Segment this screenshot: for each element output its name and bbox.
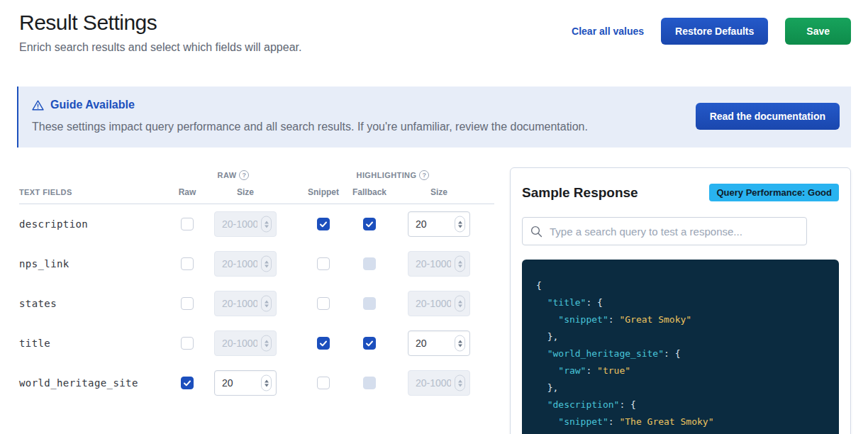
- field-name: nps_link: [19, 258, 69, 269]
- nps_link-highlight-size-stepper: [455, 256, 465, 272]
- restore-defaults-button[interactable]: Restore Defaults: [661, 18, 768, 45]
- guide-callout-title-label: Guide Available: [50, 99, 135, 111]
- sample-response-json: { "title": { "snippet": "Great Smoky" },…: [522, 260, 839, 434]
- col-header-raw: Raw: [175, 187, 199, 197]
- field-row-title: title: [19, 323, 494, 363]
- col-header-raw-size: Size: [199, 187, 291, 197]
- nps_link-raw-checkbox[interactable]: [181, 257, 194, 270]
- nps_link-raw-size-input: [214, 251, 277, 277]
- field-row-description: description: [19, 204, 494, 244]
- world_heritage_site-highlight-size-input: [408, 370, 470, 396]
- sample-response-header: Sample Response Query Performance: Good: [522, 184, 839, 201]
- json-line: "snippet": "The Great Smoky": [536, 413, 825, 430]
- title-highlight-size-input: [408, 330, 470, 356]
- states-highlight-size-input: [408, 291, 470, 316]
- header-actions: Clear all values Restore Defaults Save: [572, 18, 851, 45]
- page-title: Result Settings: [19, 11, 301, 35]
- title-snippet-checkbox[interactable]: [317, 337, 330, 350]
- states-raw-size-stepper: [261, 296, 272, 312]
- field-name: description: [19, 218, 88, 230]
- field-row-nps_link: nps_link: [19, 244, 494, 284]
- raw-group-header: RAW ?: [175, 170, 291, 180]
- states-snippet-checkbox[interactable]: [317, 297, 330, 310]
- description-highlight-size-stepper[interactable]: [455, 216, 465, 233]
- warning-icon: [32, 100, 44, 111]
- description-raw-size-input: [214, 211, 277, 237]
- col-header-text-fields: TEXT FIELDS: [19, 188, 175, 196]
- description-fallback-checkbox[interactable]: [363, 218, 376, 230]
- json-line: "world_heritage_site": {: [536, 345, 825, 362]
- states-raw-checkbox[interactable]: [181, 297, 194, 310]
- field-name: title: [19, 338, 50, 349]
- field-row-states: states: [19, 284, 494, 323]
- world_heritage_site-fallback-checkbox: [363, 377, 376, 389]
- description-snippet-checkbox[interactable]: [317, 218, 330, 230]
- field-row-world_heritage_site: world_heritage_site: [19, 363, 494, 403]
- search-icon: [530, 226, 542, 238]
- sample-response-title: Sample Response: [522, 185, 638, 201]
- nps_link-fallback-checkbox: [363, 257, 376, 270]
- nps_link-highlight-size-input: [408, 251, 470, 277]
- json-line: "snippet": "Great Smoky": [536, 311, 825, 328]
- world_heritage_site-raw-size-input: [214, 370, 277, 396]
- json-line: },: [536, 379, 825, 396]
- json-line: "raw": "true": [536, 362, 825, 379]
- col-header-highlight-size: Size: [384, 187, 494, 197]
- guide-callout-body: These settings impact query performance …: [32, 121, 588, 133]
- table-group-header-row: RAW ? HIGHLIGHTING ?: [19, 167, 494, 183]
- table-body: descriptionnps_linkstatestitleworld_heri…: [19, 204, 494, 403]
- json-line: },: [536, 328, 825, 345]
- query-performance-badge: Query Performance: Good: [709, 184, 839, 201]
- search-query-input[interactable]: [522, 217, 807, 245]
- world_heritage_site-raw-size-stepper[interactable]: [261, 375, 272, 391]
- states-highlight-size-stepper: [455, 296, 465, 312]
- guide-callout-text: Guide Available These settings impact qu…: [32, 99, 588, 133]
- world_heritage_site-raw-checkbox[interactable]: [181, 377, 194, 389]
- table-column-header-row: TEXT FIELDS Raw Size Snippet Fallback Si…: [19, 183, 494, 204]
- title-raw-size-input: [214, 330, 277, 356]
- page-header: Result Settings Enrich search results an…: [0, 0, 868, 54]
- description-raw-checkbox[interactable]: [181, 218, 194, 230]
- states-fallback-checkbox: [363, 297, 376, 310]
- states-raw-size-input: [214, 291, 277, 316]
- world_heritage_site-snippet-checkbox[interactable]: [317, 377, 330, 389]
- title-raw-checkbox[interactable]: [181, 337, 194, 350]
- sample-query-search: [522, 217, 807, 245]
- highlighting-group-header: HIGHLIGHTING ?: [291, 170, 494, 180]
- col-header-fallback: Fallback: [355, 187, 384, 197]
- field-name: world_heritage_site: [19, 377, 138, 389]
- clear-all-values-link[interactable]: Clear all values: [572, 26, 644, 37]
- save-button[interactable]: Save: [785, 18, 851, 45]
- highlighting-group-label: HIGHLIGHTING: [357, 171, 417, 179]
- world_heritage_site-highlight-size-stepper: [455, 375, 465, 391]
- raw-group-label: RAW: [218, 171, 237, 179]
- field-name: states: [19, 298, 57, 309]
- json-line: {: [536, 277, 825, 294]
- nps_link-snippet-checkbox[interactable]: [317, 257, 330, 270]
- title-raw-size-stepper: [261, 335, 272, 352]
- sample-response-card: Sample Response Query Performance: Good …: [510, 167, 851, 434]
- highlighting-help-icon[interactable]: ?: [419, 170, 429, 180]
- guide-callout: Guide Available These settings impact qu…: [17, 87, 851, 148]
- description-highlight-size-input: [408, 211, 470, 237]
- nps_link-raw-size-stepper: [261, 256, 272, 272]
- read-documentation-button[interactable]: Read the documentation: [696, 103, 840, 130]
- title-fallback-checkbox[interactable]: [363, 337, 376, 350]
- json-line: },: [536, 430, 825, 434]
- guide-callout-title: Guide Available: [32, 99, 588, 111]
- json-line: "description": {: [536, 396, 825, 413]
- raw-help-icon[interactable]: ?: [239, 170, 249, 180]
- main-content: RAW ? HIGHLIGHTING ? TEXT FIELDS Raw Siz…: [0, 148, 868, 434]
- result-settings-page: Result Settings Enrich search results an…: [0, 0, 868, 434]
- page-header-text: Result Settings Enrich search results an…: [19, 11, 301, 54]
- page-subtitle: Enrich search results and select which f…: [19, 41, 301, 54]
- title-highlight-size-stepper[interactable]: [455, 335, 465, 352]
- text-fields-table: RAW ? HIGHLIGHTING ? TEXT FIELDS Raw Siz…: [19, 167, 494, 403]
- col-header-snippet: Snippet: [291, 187, 355, 197]
- description-raw-size-stepper: [261, 216, 272, 233]
- json-line: "title": {: [536, 294, 825, 311]
